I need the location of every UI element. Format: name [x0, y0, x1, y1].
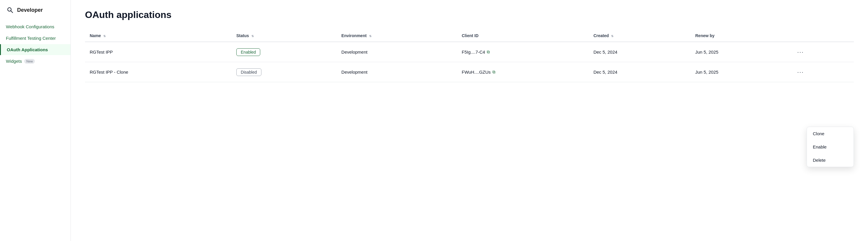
col-header-client-id: Client ID — [457, 30, 589, 42]
row2-environment: Development — [337, 62, 457, 82]
status-badge-disabled: Disabled — [236, 68, 261, 76]
col-header-actions — [790, 30, 854, 42]
sidebar-item-oauth-applications[interactable]: OAuth Applications — [0, 44, 70, 55]
col-label-status: Status — [236, 33, 249, 38]
row2-client-id: FWuH....GZUs ⧉ — [457, 62, 589, 82]
row1-actions: ··· — [790, 42, 854, 62]
copy-icon-row1[interactable]: ⧉ — [487, 49, 490, 55]
sidebar-item-label-fulfillment: Fulfillment Testing Center — [6, 36, 56, 41]
row2-client-id-value: FWuH....GZUs — [462, 70, 491, 74]
row1-status: Enabled — [231, 42, 337, 62]
sort-icon-environment: ⇅ — [369, 34, 371, 38]
sidebar-logo: Developer — [0, 6, 70, 21]
row1-client-id: F5Ig....7-C4 ⧉ — [457, 42, 589, 62]
row1-name: RGTest IPP — [85, 42, 231, 62]
sort-icon-name: ⇅ — [103, 34, 105, 38]
row1-created: Dec 5, 2024 — [589, 42, 690, 62]
sort-icon-status: ⇅ — [251, 34, 254, 38]
copy-icon-row2[interactable]: ⧉ — [492, 70, 495, 74]
dropdown-item-enable[interactable]: Enable — [807, 140, 854, 153]
col-label-name: Name — [90, 33, 101, 38]
table-row: RGTest IPP - Clone Disabled Development … — [85, 62, 854, 82]
table-row: RGTest IPP Enabled Development F5Ig....7… — [85, 42, 854, 62]
sidebar-item-widgets[interactable]: Widgets New — [0, 56, 70, 67]
row2-actions: ··· — [790, 62, 854, 82]
oauth-table: Name ⇅ Status ⇅ Environment ⇅ Client ID — [85, 30, 854, 82]
sidebar-item-label-oauth: OAuth Applications — [7, 47, 48, 52]
col-label-environment: Environment — [341, 33, 367, 38]
main-content: OAuth applications Name ⇅ Status ⇅ Envir… — [71, 0, 868, 241]
row2-name: RGTest IPP - Clone — [85, 62, 231, 82]
dropdown-item-delete[interactable]: Delete — [807, 153, 854, 167]
sidebar-nav: Webhook Configurations Fulfillment Testi… — [0, 21, 70, 67]
col-header-environment[interactable]: Environment ⇅ — [337, 30, 457, 42]
row1-client-id-value: F5Ig....7-C4 — [462, 49, 485, 55]
dropdown-item-clone[interactable]: Clone — [807, 127, 854, 140]
col-label-created: Created — [593, 33, 609, 38]
oauth-table-container: Name ⇅ Status ⇅ Environment ⇅ Client ID — [85, 30, 854, 82]
col-header-created[interactable]: Created ⇅ — [589, 30, 690, 42]
more-button-row2[interactable]: ··· — [795, 67, 806, 77]
col-header-status[interactable]: Status ⇅ — [231, 30, 337, 42]
context-menu: Clone Enable Delete — [807, 127, 854, 167]
sidebar-item-webhook-configurations[interactable]: Webhook Configurations — [0, 21, 70, 32]
status-badge-enabled: Enabled — [236, 48, 260, 56]
sidebar: Developer Webhook Configurations Fulfill… — [0, 0, 71, 241]
row1-renew-by: Jun 5, 2025 — [690, 42, 790, 62]
col-header-name[interactable]: Name ⇅ — [85, 30, 231, 42]
row1-environment: Development — [337, 42, 457, 62]
row2-status: Disabled — [231, 62, 337, 82]
svg-line-1 — [11, 11, 13, 13]
table-header-row: Name ⇅ Status ⇅ Environment ⇅ Client ID — [85, 30, 854, 42]
widgets-badge: New — [24, 59, 35, 64]
sidebar-item-label-webhook: Webhook Configurations — [6, 24, 54, 29]
more-button-row1[interactable]: ··· — [795, 47, 806, 57]
row2-created: Dec 5, 2024 — [589, 62, 690, 82]
row2-renew-by: Jun 5, 2025 — [690, 62, 790, 82]
col-header-renew-by: Renew by — [690, 30, 790, 42]
col-label-renew-by: Renew by — [695, 33, 714, 38]
sidebar-item-label-widgets: Widgets — [6, 59, 22, 64]
page-title: OAuth applications — [85, 9, 854, 20]
developer-icon — [6, 6, 14, 14]
sort-icon-created: ⇅ — [611, 34, 613, 38]
sidebar-item-fulfillment-testing-center[interactable]: Fulfillment Testing Center — [0, 33, 70, 44]
sidebar-title: Developer — [17, 7, 43, 13]
col-label-client-id: Client ID — [462, 33, 478, 38]
